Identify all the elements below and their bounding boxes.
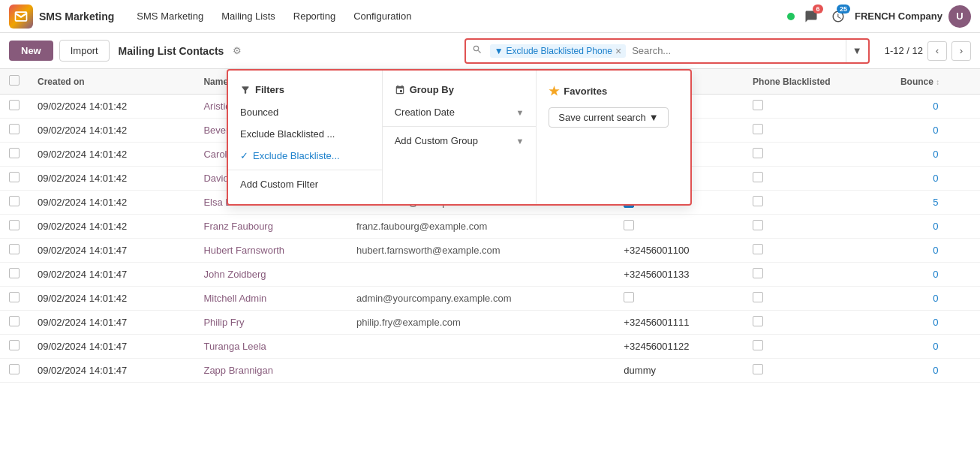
clock-btn[interactable]: 25: [828, 6, 849, 27]
messages-btn[interactable]: 6: [801, 6, 822, 27]
row-checkbox-4[interactable]: [9, 196, 20, 206]
search-dropdown-btn[interactable]: ▼: [846, 40, 868, 62]
row-bounce-0: 0: [891, 95, 980, 119]
mobile-cb-5[interactable]: [624, 220, 634, 230]
phone-blacklisted-cb-6[interactable]: [753, 244, 763, 254]
row-checkbox-2[interactable]: [9, 148, 20, 158]
filter-label-2: Exclude Blackliste...: [253, 150, 340, 161]
row-phone-blacklisted-4: [744, 191, 891, 215]
row-checkbox-11[interactable]: [9, 364, 20, 374]
row-mobile-10: +32456001122: [615, 335, 744, 359]
check-icon: ✓: [240, 150, 248, 161]
phone-blacklisted-cb-9[interactable]: [753, 316, 763, 326]
table-row: 09/02/2024 14:01:47 Philip Fry philip.fr…: [0, 311, 980, 335]
row-bounce-9: 0: [891, 311, 980, 335]
favorites-title: ★ Favorites: [537, 80, 690, 104]
row-created-8: 09/02/2024 14:01:42: [29, 287, 194, 311]
add-custom-filter-btn[interactable]: Add Custom Filter: [228, 173, 382, 195]
mobile-cb-8[interactable]: [624, 292, 634, 302]
groupby-title: Group By: [383, 80, 537, 101]
phone-blacklisted-cb-1[interactable]: [753, 124, 763, 134]
row-checkbox-5[interactable]: [9, 220, 20, 230]
row-checkbox-3[interactable]: [9, 172, 20, 182]
company-name: FRENCH Company: [855, 11, 942, 22]
new-button[interactable]: New: [9, 41, 53, 61]
row-checkbox-6[interactable]: [9, 244, 20, 254]
phone-blacklisted-cb-11[interactable]: [753, 364, 763, 374]
col-bounce[interactable]: Bounce ↕: [891, 69, 980, 95]
phone-blacklisted-cb-10[interactable]: [753, 340, 763, 350]
row-name-6[interactable]: Hubert Farnsworth: [194, 239, 347, 263]
groupby-icon: [395, 85, 405, 95]
groupby-section: Group By Creation Date ▼ Add Custom Grou…: [383, 71, 537, 204]
nav-sms-marketing[interactable]: SMS Marketing: [129, 6, 211, 26]
phone-blacklisted-cb-4[interactable]: [753, 196, 763, 206]
row-created-9: 09/02/2024 14:01:47: [29, 311, 194, 335]
phone-blacklisted-cb-2[interactable]: [753, 148, 763, 158]
navbar-right: 6 25 FRENCH Company U: [787, 5, 971, 28]
select-all-checkbox[interactable]: [9, 75, 20, 86]
table-row: 09/02/2024 14:01:47 Turanga Leela +32456…: [0, 335, 980, 359]
add-custom-filter-label: Add Custom Filter: [240, 179, 318, 190]
app-logo[interactable]: [9, 5, 33, 29]
row-name-9[interactable]: Philip Fry: [194, 311, 347, 335]
pagination-range: 1-12 / 12: [885, 45, 923, 56]
nav-configuration[interactable]: Configuration: [346, 6, 419, 26]
row-email-10: [347, 335, 615, 359]
row-created-11: 09/02/2024 14:01:47: [29, 359, 194, 383]
phone-blacklisted-cb-5[interactable]: [753, 220, 763, 230]
row-bounce-1: 0: [891, 119, 980, 143]
phone-blacklisted-cb-7[interactable]: [753, 268, 763, 278]
search-bar: ▼ Exclude Blacklisted Phone × ▼: [464, 38, 870, 64]
custom-group-arrow: ▼: [516, 137, 524, 146]
filters-title: Filters: [228, 80, 382, 101]
row-bounce-11: 0: [891, 359, 980, 383]
col-created-on[interactable]: Created on: [29, 69, 194, 95]
nav-mailing-lists[interactable]: Mailing Lists: [214, 6, 283, 26]
col-phone-blacklisted[interactable]: Phone Blacklisted: [744, 69, 891, 95]
import-button[interactable]: Import: [59, 40, 110, 62]
favorites-section: ★ Favorites Save current search ▼: [537, 71, 690, 204]
row-checkbox-cell-8: [0, 287, 29, 311]
navbar: SMS Marketing SMS Marketing Mailing List…: [0, 0, 980, 33]
row-checkbox-10[interactable]: [9, 340, 20, 350]
row-checkbox-0[interactable]: [9, 100, 20, 110]
pagination: 1-12 / 12 ‹ ›: [885, 41, 971, 61]
user-avatar[interactable]: U: [948, 5, 971, 28]
phone-blacklisted-cb-3[interactable]: [753, 172, 763, 182]
row-checkbox-7[interactable]: [9, 268, 20, 278]
row-mobile-8: [615, 287, 744, 311]
row-name-10[interactable]: Turanga Leela: [194, 335, 347, 359]
row-name-5[interactable]: Franz Faubourg: [194, 215, 347, 239]
phone-blacklisted-cb-0[interactable]: [753, 100, 763, 110]
row-mobile-11: dummy: [615, 359, 744, 383]
remove-filter-btn[interactable]: ×: [615, 46, 621, 56]
row-name-7[interactable]: John Zoidberg: [194, 263, 347, 287]
row-name-8[interactable]: Mitchell Admin: [194, 287, 347, 311]
filter-exclude-blacklisted-2[interactable]: ✓ Exclude Blackliste...: [228, 145, 382, 167]
row-checkbox-9[interactable]: [9, 316, 20, 326]
add-custom-group-btn[interactable]: Add Custom Group ▼: [383, 130, 537, 152]
save-current-search-btn[interactable]: Save current search ▼: [549, 107, 668, 128]
row-bounce-3: 0: [891, 167, 980, 191]
nav-reporting[interactable]: Reporting: [286, 6, 343, 26]
row-checkbox-cell-1: [0, 119, 29, 143]
row-checkbox-cell-4: [0, 191, 29, 215]
search-input[interactable]: [627, 45, 846, 56]
phone-blacklisted-cb-8[interactable]: [753, 292, 763, 302]
row-checkbox-8[interactable]: [9, 292, 20, 302]
prev-page-btn[interactable]: ‹: [927, 41, 947, 61]
row-created-3: 09/02/2024 14:01:42: [29, 167, 194, 191]
table-row: 09/02/2024 14:01:47 John Zoidberg +32456…: [0, 263, 980, 287]
settings-icon[interactable]: ⚙: [233, 45, 242, 56]
filter-exclude-blacklisted-1[interactable]: Exclude Blacklisted ...: [228, 123, 382, 145]
row-email-9: philip.fry@example.com: [347, 311, 615, 335]
row-checkbox-cell-7: [0, 263, 29, 287]
row-email-11: [347, 359, 615, 383]
row-name-11[interactable]: Zapp Brannigan: [194, 359, 347, 383]
next-page-btn[interactable]: ›: [951, 41, 971, 61]
groupby-creation-date[interactable]: Creation Date ▼: [383, 101, 537, 123]
filter-bounced[interactable]: Bounced: [228, 101, 382, 123]
row-checkbox-1[interactable]: [9, 124, 20, 134]
row-checkbox-cell-9: [0, 311, 29, 335]
